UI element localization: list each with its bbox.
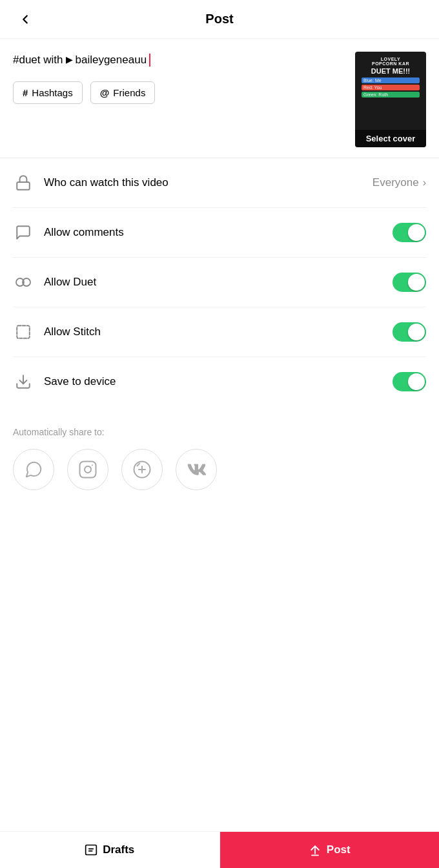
video-thumb-top-text: LOVELYPOPCORN KAR [372, 57, 409, 66]
caption-text: #duet with ▶ baileygeneauu [13, 52, 345, 68]
share-icons-row [13, 449, 426, 490]
hashtag-icon: # [23, 87, 28, 98]
color-tag-green: Green: Roth [362, 92, 420, 98]
who-can-watch-text: Everyone [373, 176, 419, 189]
video-thumbnail: LOVELYPOPCORN KAR DUET ME!!! Blue: Me Re… [355, 52, 426, 147]
video-thumb-title: DUET ME!!! [371, 67, 411, 75]
caption-area: #duet with ▶ baileygeneauu # Hashtags @ … [0, 39, 439, 158]
bottom-spacer [0, 503, 439, 568]
svg-rect-3 [17, 326, 30, 338]
friends-label: Friends [113, 87, 145, 98]
who-can-watch-value[interactable]: Everyone › [373, 176, 426, 189]
comment-icon [13, 222, 34, 243]
caption-cursor [149, 54, 150, 67]
color-tag-blue: Blue: Me [362, 78, 420, 83]
allow-comments-row: Allow comments [13, 208, 426, 258]
caption-block: #duet with ▶ baileygeneauu # Hashtags @ … [13, 52, 345, 104]
allow-duet-row: Allow Duet [13, 258, 426, 307]
allow-duet-toggle[interactable] [393, 273, 426, 292]
chevron-right-icon: › [423, 177, 426, 189]
allow-comments-toggle[interactable] [393, 223, 426, 242]
caption-username: baileygeneauu [76, 52, 147, 68]
caption-play-icon: ▶ [66, 53, 73, 67]
at-icon: @ [100, 87, 110, 98]
instagram-share-button[interactable] [67, 449, 108, 490]
hashtags-label: Hashtags [32, 87, 72, 98]
save-to-device-toggle[interactable] [393, 372, 426, 391]
select-cover-button[interactable]: Select cover [355, 130, 426, 147]
page-title: Post [205, 12, 233, 26]
allow-comments-label: Allow comments [44, 226, 382, 239]
share-section: Automatically share to: [0, 406, 439, 503]
drafts-button[interactable]: Drafts [0, 832, 220, 868]
download-icon [13, 371, 34, 392]
post-label: Post [327, 843, 351, 856]
share-label: Automatically share to: [13, 427, 426, 437]
bottom-actions: Drafts Post [0, 831, 439, 868]
back-button[interactable] [13, 10, 37, 29]
friends-button[interactable]: @ Friends [90, 81, 156, 104]
drafts-label: Drafts [103, 843, 134, 856]
caption-hashtag: #duet with [13, 52, 63, 68]
svg-rect-0 [17, 182, 30, 190]
who-can-watch-label: Who can watch this video [44, 176, 362, 189]
stitch-icon [13, 322, 34, 342]
color-tag-red: Red: You [362, 85, 420, 90]
hashtags-button[interactable]: # Hashtags [13, 81, 83, 104]
allow-stitch-label: Allow Stitch [44, 326, 382, 338]
tag-buttons-row: # Hashtags @ Friends [13, 81, 345, 104]
post-button[interactable]: Post [220, 832, 440, 868]
vk-share-button[interactable] [176, 449, 217, 490]
allow-stitch-toggle[interactable] [393, 322, 426, 342]
whatsapp-share-button[interactable] [13, 449, 54, 490]
settings-list: Who can watch this video Everyone › Allo… [0, 158, 439, 406]
post-icon [309, 843, 322, 856]
drafts-icon [85, 843, 97, 856]
duet-icon [13, 272, 34, 293]
header: Post [0, 0, 439, 39]
lock-icon [13, 172, 34, 193]
allow-duet-label: Allow Duet [44, 276, 382, 289]
svg-rect-5 [80, 462, 96, 478]
save-to-device-row: Save to device [13, 357, 426, 406]
tiktok-share-button[interactable] [121, 449, 163, 490]
who-can-watch-row[interactable]: Who can watch this video Everyone › [13, 158, 426, 208]
svg-rect-10 [86, 845, 97, 855]
video-color-tags: Blue: Me Red: You Green: Roth [358, 78, 424, 98]
save-to-device-label: Save to device [44, 375, 382, 388]
allow-stitch-row: Allow Stitch [13, 307, 426, 357]
